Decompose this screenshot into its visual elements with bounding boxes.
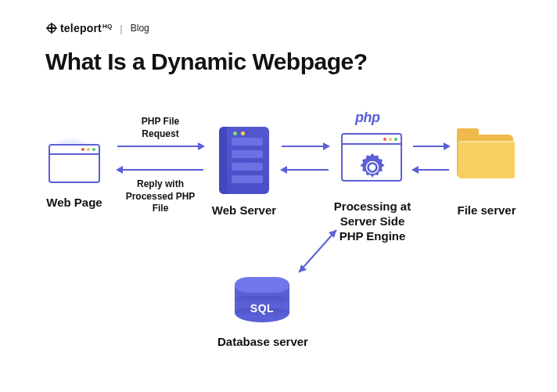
- fileserver-icon: [457, 135, 515, 182]
- brand-section: Blog: [131, 23, 149, 34]
- arrow-php-db-bidirectional: [289, 219, 352, 282]
- gear-icon: [355, 150, 390, 185]
- brand-suffix: HQ: [102, 23, 112, 30]
- arrow-server-to-webpage: [117, 169, 203, 171]
- fileserver-label: File server: [449, 203, 524, 218]
- page-title: What Is a Dynamic Webpage?: [45, 49, 368, 75]
- arrow-webpage-to-server: [117, 146, 203, 147]
- arrow-php-to-fileserver: [413, 146, 449, 147]
- label-server-to-webpage: Reply with Processed PHP File: [119, 178, 202, 215]
- database-label: Database server: [217, 335, 308, 350]
- svg-line-5: [299, 230, 336, 272]
- arrow-fileserver-to-php: [413, 169, 449, 171]
- brand-logo: teleportHQ: [45, 22, 112, 34]
- php-processing-icon: php: [341, 128, 402, 194]
- brand-name: teleport: [60, 22, 102, 34]
- webpage-label: Web Page: [38, 196, 111, 210]
- label-webpage-to-server: PHP File Request: [124, 116, 197, 140]
- arrow-server-to-php: [282, 146, 329, 147]
- diagram-stage: Web Page Web Server php: [0, 94, 557, 376]
- separator: |: [120, 23, 122, 34]
- brand-header: teleportHQ | Blog: [45, 22, 149, 34]
- webserver-icon: [219, 127, 269, 194]
- database-icon: SQL: [235, 277, 289, 327]
- php-logo-text: php: [355, 110, 380, 126]
- webserver-label: Web Server: [207, 203, 282, 218]
- webpage-icon: [47, 141, 102, 185]
- database-tech-label: SQL: [235, 302, 289, 315]
- arrow-php-to-server: [282, 169, 329, 171]
